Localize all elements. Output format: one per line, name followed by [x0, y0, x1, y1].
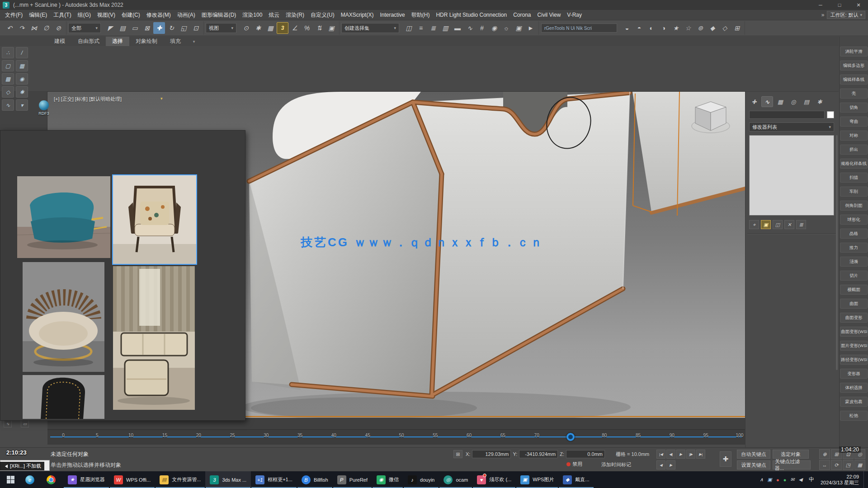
utilities-tab-icon[interactable]: ✱ — [814, 96, 826, 107]
open-mini-curve-editor-icon[interactable]: ∿ — [4, 420, 12, 427]
plugin-icon-6[interactable]: ☆ — [682, 22, 694, 34]
modifier-list-dropdown[interactable]: 修改器列表 ▾ — [749, 122, 834, 131]
selection-filter-dropdown[interactable]: 全部 ▾ — [68, 23, 101, 33]
menu-item[interactable]: 视图(V) — [94, 10, 118, 20]
ime-indicator[interactable]: 中 — [807, 476, 816, 483]
select-and-rotate-icon[interactable]: ↻ — [165, 22, 177, 34]
plugin-icon-9[interactable]: ◇ — [719, 22, 731, 34]
ribbon-tab[interactable]: 填充 — [164, 37, 187, 46]
plugin-icon-10[interactable]: ⊞ — [731, 22, 743, 34]
tray-expand-icon[interactable]: ∧ — [760, 477, 764, 483]
time-slider[interactable]: 0510152025303540455055606570758085909510… — [47, 429, 745, 445]
workspace-selector[interactable]: 工作区: 默认 ▾ — [827, 11, 865, 19]
modifier-set-button[interactable]: 切角 — [840, 103, 868, 113]
menu-item[interactable]: 修改器(M) — [143, 10, 174, 20]
plugin-icon-2[interactable]: ◓ — [633, 22, 645, 34]
view-cube[interactable] — [690, 98, 731, 137]
time-slider-handle[interactable] — [566, 433, 575, 441]
tray-volume-icon[interactable]: ◀ — [799, 477, 802, 483]
modifier-set-button[interactable]: 涡轮平滑 — [840, 47, 868, 56]
tray-green-app-icon[interactable]: ● — [783, 477, 787, 483]
next-frame-icon[interactable]: |▶ — [686, 450, 695, 459]
scene-explorer-icon[interactable]: ≣ — [427, 22, 439, 34]
reference-images-window[interactable] — [0, 130, 245, 421]
zoom-icon[interactable]: ⊕ — [819, 449, 830, 459]
plugin-icon-3[interactable]: ◐ — [646, 22, 657, 34]
select-and-link-icon[interactable]: ⋈ — [28, 22, 40, 34]
minimize-button[interactable]: ─ — [811, 0, 830, 10]
undo-icon[interactable]: ↶ — [4, 22, 15, 34]
taskbar-ocam[interactable]: ◎ ocam — [439, 471, 472, 488]
polygon-mode-icon[interactable]: ▦ — [16, 60, 28, 71]
popup-tool-icon[interactable]: ▾ — [16, 99, 28, 111]
taskbar-file-explorer[interactable]: ▤ 文件资源管... — [155, 471, 205, 488]
ref-image-sofa-set-room[interactable] — [113, 266, 195, 410]
modifier-set-button[interactable]: 曲面变形 — [840, 313, 868, 323]
z-coordinate-field[interactable]: 0.0mm — [566, 450, 605, 458]
modifier-set-button[interactable]: 编辑多边形 — [840, 61, 868, 70]
next-key-icon[interactable]: ▶ — [666, 460, 675, 469]
mirror-icon[interactable]: ◫ — [403, 22, 415, 34]
orbit-icon[interactable]: ⟳ — [831, 460, 842, 470]
select-and-move-icon[interactable]: ✚ — [153, 22, 165, 34]
rendered-frame-icon[interactable]: ▣ — [513, 22, 524, 34]
modify-tab-icon[interactable]: ∿ — [761, 96, 773, 107]
close-button[interactable]: ✕ — [849, 0, 868, 10]
taskbar-clock[interactable]: 22:09 2024/3/13 星期三 — [821, 474, 859, 486]
set-key-button[interactable]: 设置关键点 — [737, 460, 770, 469]
element-mode-icon[interactable]: ▩ — [2, 73, 14, 84]
menu-overflow-chevron[interactable]: » — [821, 12, 825, 18]
plugin-icon-1[interactable]: ◒ — [621, 22, 633, 34]
percent-snap-icon[interactable]: % — [301, 22, 313, 34]
rgentools-field[interactable]: rGenTools N Ui Nik Scri — [541, 23, 617, 33]
tray-mail-icon[interactable]: ✉ — [790, 477, 794, 483]
taskbar-wps-office[interactable]: W WPS Offi... — [109, 471, 155, 488]
use-pivot-center-icon[interactable]: ⊙ — [240, 22, 252, 34]
ref-image-round-rattan-chair[interactable] — [23, 262, 104, 372]
y-coordinate-field[interactable]: -3410.924mm — [519, 450, 558, 458]
vertex-mode-icon[interactable]: ∴ — [2, 47, 14, 58]
ribbon-tab[interactable]: 对象绘制 — [129, 37, 164, 46]
play-icon[interactable]: ▶ — [676, 450, 685, 459]
maximize-button[interactable]: □ — [830, 0, 849, 10]
ref-image-beige-armchair-selected[interactable] — [113, 175, 196, 264]
previous-frame-icon[interactable]: ◀| — [666, 450, 675, 459]
menu-item[interactable]: 文件(F) — [2, 10, 26, 20]
soft-selection-icon[interactable]: ◉ — [16, 73, 28, 84]
taskbar-daizhi[interactable]: ◆ 戴直... — [558, 471, 594, 488]
select-by-name-icon[interactable]: ▤ — [117, 22, 128, 34]
ribbon-tab[interactable]: 选择 — [106, 37, 129, 46]
menu-item[interactable]: 渲染(R) — [283, 10, 307, 20]
modifier-set-button[interactable]: 推力 — [840, 243, 868, 253]
show-end-result-icon[interactable]: ▣ — [761, 220, 771, 229]
show-desktop-button[interactable] — [863, 471, 866, 488]
taskbar-kuangkuang[interactable]: +1 框框更+1... — [251, 471, 297, 488]
taskbar-wps-pictures[interactable]: ▣ WPS图片 — [516, 471, 558, 488]
rectangular-selection-region-icon[interactable]: ▭ — [129, 22, 141, 34]
tray-red-app-icon[interactable]: ● — [776, 477, 779, 483]
taskbar-xingyuan-browser[interactable]: ★ 星愿浏览器 — [63, 471, 109, 488]
modifier-set-button[interactable]: 变形器 — [840, 369, 868, 379]
align-icon[interactable]: ≡ — [415, 22, 427, 34]
motion-tab-icon[interactable]: ◎ — [788, 96, 799, 107]
modifier-set-button[interactable]: 车削 — [840, 187, 868, 197]
menu-item[interactable]: 编辑(E) — [26, 10, 50, 20]
taskbar-pureref[interactable]: P PureRef — [333, 471, 372, 488]
render-production-icon[interactable]: ► — [525, 22, 537, 34]
material-editor-icon[interactable]: ◉ — [488, 22, 500, 34]
modifier-set-button[interactable]: 球形化 — [840, 215, 868, 225]
select-and-manipulate-icon[interactable]: ✱ — [252, 22, 264, 34]
menu-item[interactable]: HDR Light Studio Connection — [433, 10, 510, 20]
select-and-place-icon[interactable]: ⊡ — [190, 22, 202, 34]
menu-item[interactable]: 炫云 — [265, 10, 283, 20]
tray-cloud-icon[interactable]: ▣ — [768, 477, 772, 483]
menu-item[interactable]: 图形编辑器(D) — [198, 10, 240, 20]
configure-modifier-sets-icon[interactable]: ≣ — [796, 220, 806, 229]
modifier-set-button[interactable]: 曲面 — [840, 299, 868, 309]
add-time-tag-button[interactable]: 添加时间标记 — [601, 461, 631, 468]
make-unique-icon[interactable]: ◫ — [773, 220, 783, 229]
bind-to-space-warp-icon[interactable]: ⊘ — [52, 22, 64, 34]
edit-named-selections-icon[interactable]: ▣ — [326, 22, 337, 34]
modifier-set-button[interactable]: 对称 — [840, 131, 868, 141]
modifier-set-button[interactable]: 壳 — [840, 89, 868, 99]
